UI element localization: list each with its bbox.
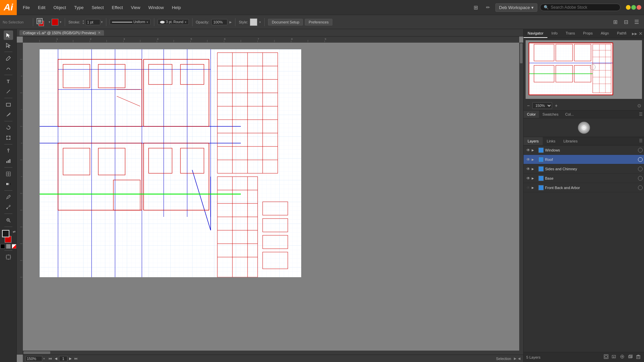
style-swatch[interactable] (250, 18, 257, 26)
minimize-btn[interactable] (626, 5, 631, 10)
move-to-layer-btn[interactable] (619, 354, 625, 361)
pencil-tool[interactable] (4, 110, 13, 119)
expand-base[interactable]: ▶ (532, 177, 537, 180)
stroke-up-arrow[interactable]: ▲ (82, 19, 85, 22)
layer-row-front[interactable]: 👁 ▶ Front Back and Arbor (524, 183, 644, 192)
document-tab[interactable]: Cottage v1.ai* @ 150% (RGB/GPU Preview) … (19, 30, 104, 36)
next-page-btn[interactable]: ▶ (68, 356, 73, 361)
document-setup-btn[interactable]: Document Setup (268, 19, 303, 25)
arrange-icon[interactable]: ⊞ (610, 17, 620, 27)
menu-object[interactable]: Object (50, 4, 69, 11)
swap-colors-icon[interactable]: ⇄ (13, 230, 15, 234)
tab-layers[interactable]: Layers (524, 137, 543, 145)
tab-navigator[interactable]: Navigator (524, 29, 547, 38)
gray-swatch[interactable] (6, 244, 11, 249)
tab-swatches[interactable]: Swatches (539, 111, 562, 118)
layer-row-base[interactable]: 👁 ▶ Base (524, 174, 644, 183)
zoom-dropdown-arrow[interactable]: ▾ (43, 357, 45, 360)
free-transform-tool[interactable] (4, 133, 13, 142)
expand-sides[interactable]: ▶ (532, 167, 537, 171)
column-graph-tool[interactable] (4, 169, 13, 179)
stock-search-input[interactable] (551, 5, 611, 10)
stroke-weight-input[interactable] (85, 19, 100, 25)
gradient-tool[interactable] (4, 179, 13, 189)
prev-page-btn[interactable]: ◀ (54, 356, 58, 361)
expand-roof[interactable]: ▶ (532, 158, 537, 161)
tab-info[interactable]: Info (547, 29, 561, 38)
layer-target-front[interactable] (638, 185, 643, 190)
curvature-tool[interactable] (4, 64, 13, 73)
eye-icon-sides[interactable]: 👁 (526, 167, 530, 171)
eye-icon-front[interactable]: 👁 (526, 185, 530, 190)
menu-help[interactable]: Help (168, 4, 184, 11)
direct-selection-tool[interactable] (4, 41, 13, 50)
rectangle-tool[interactable] (4, 100, 13, 109)
layer-row-roof[interactable]: 👁 ▶ Roof (524, 155, 644, 164)
layer-target-roof[interactable] (638, 157, 643, 162)
none-swatch[interactable] (12, 244, 16, 249)
menu-select[interactable]: Select (88, 4, 107, 11)
pen-tool[interactable] (4, 54, 13, 63)
rotate-tool[interactable] (4, 123, 13, 132)
delete-layer-btn[interactable] (635, 354, 641, 361)
zoom-out-btn[interactable]: − (526, 102, 530, 109)
type-tool[interactable]: T (4, 77, 13, 86)
expand-windows[interactable]: ▶ (532, 148, 537, 152)
canvas-workspace[interactable] (23, 43, 523, 355)
make-clipping-mask-btn[interactable] (603, 354, 609, 361)
tab-properties[interactable]: Props (579, 29, 597, 38)
eye-icon-base[interactable]: 👁 (526, 176, 530, 181)
black-swatch[interactable] (0, 244, 5, 249)
expand-front[interactable]: ▶ (532, 186, 537, 189)
tab-libraries[interactable]: Libraries (559, 137, 582, 145)
eye-icon-roof[interactable]: 👁 (526, 157, 530, 162)
menu-view[interactable]: View (127, 4, 144, 11)
nav-expand-btn[interactable]: ▶▶ (632, 32, 637, 36)
horizontal-scrollbar[interactable] (23, 351, 519, 355)
selection-tool[interactable] (4, 31, 13, 40)
navigator-preview[interactable] (526, 40, 642, 99)
zoom-tool[interactable] (4, 216, 13, 225)
eyedropper-tool[interactable] (4, 192, 13, 202)
zoom-in-btn[interactable]: + (554, 102, 558, 109)
vertical-scrollbar[interactable] (519, 43, 523, 355)
new-sublayer-btn[interactable] (611, 354, 617, 361)
status-arrow-left[interactable]: ◀ (518, 357, 521, 360)
zoom-level-select[interactable]: 150% 100% 200% 50% (532, 102, 552, 109)
menu-type[interactable]: Type (71, 4, 87, 11)
close-tab-btn[interactable]: ✕ (98, 31, 101, 35)
close-btn[interactable] (637, 5, 641, 10)
stroke-down-arrow[interactable]: ▼ (82, 22, 85, 24)
stroke-style-selector[interactable]: Uniform ▾ (110, 19, 151, 25)
tab-transform[interactable]: Trans (561, 29, 579, 38)
last-page-btn[interactable]: ⏭ (73, 356, 79, 361)
tab-links[interactable]: Links (543, 137, 559, 145)
scroll-thumb-vertical[interactable] (520, 43, 523, 63)
fill-color-box-tool[interactable] (2, 230, 9, 237)
first-page-btn[interactable]: ⏮ (48, 356, 53, 361)
opacity-input[interactable] (211, 19, 227, 25)
blend-tool[interactable] (4, 202, 13, 212)
artboard-tool[interactable] (4, 252, 13, 262)
color-panel-menu-icon[interactable]: ☰ (639, 112, 643, 117)
opacity-more-arrow[interactable]: ▶ (229, 20, 232, 24)
eye-icon-windows[interactable]: 👁 (526, 148, 530, 153)
layer-target-windows[interactable] (638, 148, 643, 153)
options-icon[interactable]: ☰ (632, 17, 641, 27)
nav-wheel-icon[interactable]: ⊙ (637, 103, 641, 108)
page-number-input[interactable] (59, 356, 67, 361)
new-layer-btn[interactable] (627, 354, 633, 361)
workspace-selector[interactable]: Deb Workspace ▾ (495, 3, 537, 12)
maximize-btn[interactable] (631, 5, 636, 10)
layer-row-windows[interactable]: 👁 ▶ Windows (524, 145, 644, 155)
menu-window[interactable]: Window (145, 4, 167, 11)
layer-target-base[interactable] (638, 176, 643, 181)
menu-file[interactable]: File (19, 4, 33, 11)
line-tool[interactable] (4, 87, 13, 96)
zoom-input[interactable] (25, 356, 42, 361)
graph-tool[interactable] (4, 156, 13, 166)
layer-row-sides[interactable]: 👁 ▶ Sides and Chimney (524, 164, 644, 174)
icon-pen-btn[interactable]: ✏ (483, 3, 493, 12)
tab-align[interactable]: Align (597, 29, 613, 38)
puppet-warp-tool[interactable] (4, 146, 13, 156)
